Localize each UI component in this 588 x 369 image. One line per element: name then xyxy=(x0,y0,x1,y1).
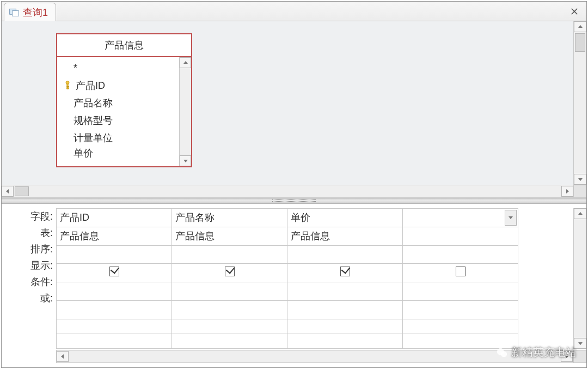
scroll-up-button[interactable] xyxy=(180,57,191,68)
cell-sort-1[interactable] xyxy=(172,245,287,264)
pane-splitter[interactable] xyxy=(2,198,586,203)
scroll-left-button[interactable] xyxy=(57,351,69,362)
svg-rect-4 xyxy=(67,87,69,88)
field-row-star[interactable]: * xyxy=(63,59,176,77)
cell-sort-0[interactable] xyxy=(57,245,172,264)
upper-vertical-scrollbar[interactable] xyxy=(573,21,586,185)
scroll-down-button[interactable] xyxy=(574,174,586,185)
row-extra-2 xyxy=(57,334,518,348)
primary-key-icon xyxy=(63,81,72,90)
fieldlist-scrollbar[interactable] xyxy=(179,57,191,166)
field-row-计量单位[interactable]: 计量单位 xyxy=(63,129,176,147)
close-button[interactable] xyxy=(568,5,581,18)
query-icon xyxy=(9,7,20,18)
show-checkbox[interactable] xyxy=(225,267,235,276)
cell-field-3[interactable] xyxy=(403,209,518,227)
cell-criteria-2[interactable] xyxy=(287,282,403,301)
cell-table-3[interactable] xyxy=(403,227,518,245)
scroll-left-button[interactable] xyxy=(2,186,14,197)
label-sort: 排序: xyxy=(2,241,56,257)
cell-or-0[interactable] xyxy=(57,301,172,319)
tab-bar: 查询1 xyxy=(2,2,586,21)
cell-or-2[interactable] xyxy=(287,301,403,319)
field-list[interactable]: * 产品ID 产品名称 规格型号 xyxy=(57,57,179,166)
cell-or-3[interactable] xyxy=(403,301,518,319)
row-field: 产品ID 产品名称 单价 xyxy=(57,209,518,227)
scroll-up-button[interactable] xyxy=(574,208,586,219)
cell-field-0[interactable]: 产品ID xyxy=(57,209,172,227)
field-row-单价[interactable]: 单价 xyxy=(63,147,176,160)
scroll-thumb[interactable] xyxy=(575,33,585,52)
lower-vertical-scrollbar[interactable] xyxy=(573,208,586,349)
row-show xyxy=(57,264,518,282)
cell-sort-2[interactable] xyxy=(287,245,403,264)
cell-criteria-3[interactable] xyxy=(403,282,518,301)
cell-show-2[interactable] xyxy=(287,264,403,282)
scroll-up-button[interactable] xyxy=(574,21,586,32)
query-grid-pane: 字段: 表: 排序: 显示: 条件: 或: 产品ID 产品名称 单价 xyxy=(2,203,586,367)
table-产品信息[interactable]: 产品信息 * 产品ID 产品名称 xyxy=(56,33,192,167)
label-or: 或: xyxy=(2,290,56,306)
label-field: 字段: xyxy=(2,208,56,225)
row-criteria xyxy=(57,282,518,301)
scroll-thumb[interactable] xyxy=(70,352,84,361)
scroll-right-button[interactable] xyxy=(561,351,573,362)
cell-show-0[interactable] xyxy=(57,264,172,282)
cell-field-1[interactable]: 产品名称 xyxy=(172,209,287,227)
upper-horizontal-scrollbar[interactable] xyxy=(2,185,586,198)
svg-rect-5 xyxy=(67,88,69,89)
label-table: 表: xyxy=(2,225,56,241)
field-row-产品id[interactable]: 产品ID xyxy=(63,77,176,94)
tab-title: 查询1 xyxy=(23,6,48,19)
cell-table-1[interactable]: 产品信息 xyxy=(172,227,287,245)
cell-sort-3[interactable] xyxy=(403,245,518,264)
label-show: 显示: xyxy=(2,257,56,274)
show-checkbox[interactable] xyxy=(340,267,350,276)
scroll-thumb[interactable] xyxy=(15,186,29,196)
show-checkbox[interactable] xyxy=(456,267,465,276)
query-design-window: 查询1 产品信息 * 产品I xyxy=(1,1,587,368)
scroll-down-button[interactable] xyxy=(180,155,191,166)
cell-or-1[interactable] xyxy=(172,301,287,319)
scroll-right-button[interactable] xyxy=(561,186,573,197)
cell-criteria-1[interactable] xyxy=(172,282,287,301)
cell-table-0[interactable]: 产品信息 xyxy=(57,227,172,245)
cell-show-1[interactable] xyxy=(172,264,287,282)
row-sort xyxy=(57,245,518,264)
cell-field-2[interactable]: 单价 xyxy=(287,209,403,227)
label-criteria: 条件: xyxy=(2,274,56,290)
scroll-corner xyxy=(573,350,586,363)
design-surface[interactable]: 产品信息 * 产品ID 产品名称 xyxy=(2,21,586,185)
field-row-产品名称[interactable]: 产品名称 xyxy=(63,94,176,112)
cell-table-2[interactable]: 产品信息 xyxy=(287,227,403,245)
tab-query1[interactable]: 查询1 xyxy=(4,3,56,21)
field-row-规格型号[interactable]: 规格型号 xyxy=(63,112,176,129)
row-table: 产品信息 产品信息 产品信息 xyxy=(57,227,518,245)
cell-criteria-0[interactable] xyxy=(57,282,172,301)
scroll-down-button[interactable] xyxy=(574,338,586,349)
show-checkbox[interactable] xyxy=(109,267,119,276)
query-grid[interactable]: 产品ID 产品名称 单价 产品信息 产品信息 产品信息 xyxy=(56,208,518,349)
cell-show-3[interactable] xyxy=(403,264,518,282)
row-or xyxy=(57,301,518,319)
field-dropdown-button[interactable] xyxy=(505,210,517,226)
table-title: 产品信息 xyxy=(57,34,191,57)
svg-rect-1 xyxy=(13,10,19,16)
lower-horizontal-scrollbar[interactable] xyxy=(56,350,573,363)
scroll-corner xyxy=(573,185,586,197)
row-extra-1 xyxy=(57,319,518,334)
grid-row-labels: 字段: 表: 排序: 显示: 条件: 或: xyxy=(2,208,56,349)
